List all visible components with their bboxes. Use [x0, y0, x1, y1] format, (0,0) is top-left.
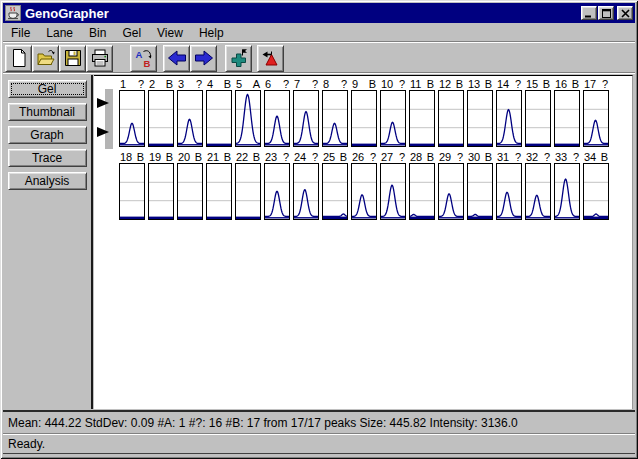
lane-panel-34[interactable] — [583, 163, 609, 220]
add-peak-to-bin-icon — [261, 48, 281, 68]
next-lane-arrow-button[interactable] — [190, 45, 217, 72]
lane-number: 28 — [410, 151, 422, 163]
maximize-button[interactable] — [598, 6, 614, 20]
lane-bin-class: ? — [138, 78, 144, 90]
new-document-button[interactable] — [5, 45, 32, 72]
menu-bin[interactable]: Bin — [81, 25, 114, 41]
print-button[interactable] — [86, 45, 113, 72]
lane-label-34: 34B — [583, 151, 609, 163]
lane-panel-19[interactable] — [148, 163, 174, 220]
lane-label-26: 26? — [351, 151, 377, 163]
menu-view[interactable]: View — [149, 25, 191, 41]
java-cup-icon — [5, 5, 21, 21]
lane-bin-class: B — [253, 151, 260, 163]
lane-bin-class: B — [485, 151, 492, 163]
menu-help[interactable]: Help — [191, 25, 232, 41]
lane-label-11: 11B — [409, 78, 435, 90]
lane-20: 20B — [177, 151, 203, 220]
lane-panel-23[interactable] — [264, 163, 290, 220]
lane-panel-5[interactable] — [235, 90, 261, 147]
lane-panel-6[interactable] — [264, 90, 290, 147]
rename-bin-a-to-b-button[interactable]: AB — [130, 45, 157, 72]
lane-panel-2[interactable] — [148, 90, 174, 147]
lane-panel-14[interactable] — [496, 90, 522, 147]
lane-panel-25[interactable] — [322, 163, 348, 220]
lane-panel-4[interactable] — [206, 90, 232, 147]
lane-panel-31[interactable] — [496, 163, 522, 220]
add-peak-to-bin-button[interactable] — [257, 45, 284, 72]
lane-23: 23? — [264, 151, 290, 220]
menu-file[interactable]: File — [3, 25, 38, 41]
lane-trace — [207, 164, 231, 219]
ready-bar: Ready. — [3, 433, 635, 454]
title-bar[interactable]: GenoGrapher — [3, 3, 635, 23]
close-button[interactable] — [617, 6, 633, 20]
lane-18: 18B — [119, 151, 145, 220]
lane-panel-21[interactable] — [206, 163, 232, 220]
menu-gel[interactable]: Gel — [114, 25, 149, 41]
lane-3: 3? — [177, 78, 203, 147]
lane-panel-11[interactable] — [409, 90, 435, 147]
lane-label-14: 14? — [496, 78, 522, 90]
lane-5: 5A — [235, 78, 261, 147]
save-floppy-button[interactable] — [59, 45, 86, 72]
previous-lane-arrow-button[interactable] — [163, 45, 190, 72]
lane-panel-15[interactable] — [525, 90, 551, 147]
status-bar: Mean: 444.22 StdDev: 0.09 #A: 1 #?: 16 #… — [3, 410, 635, 433]
lane-panel-12[interactable] — [438, 90, 464, 147]
add-bin-button[interactable] — [225, 45, 252, 72]
sidebar-button-analysis[interactable]: Analysis — [8, 172, 87, 190]
sidebar-button-graph[interactable]: Graph — [8, 126, 87, 144]
sidebar-button-gel[interactable]: Gel — [8, 80, 87, 98]
lane-panel-28[interactable] — [409, 163, 435, 220]
menu-lane[interactable]: Lane — [38, 25, 81, 41]
lane-panel-30[interactable] — [467, 163, 493, 220]
lane-number: 16 — [555, 78, 567, 90]
lane-trace — [120, 91, 144, 146]
lane-panel-9[interactable] — [351, 90, 377, 147]
lane-panel-17[interactable] — [583, 90, 609, 147]
bin-marker-1[interactable] — [97, 98, 109, 108]
lane-panel-13[interactable] — [467, 90, 493, 147]
minimize-button[interactable] — [581, 6, 597, 20]
lane-panel-33[interactable] — [554, 163, 580, 220]
lane-panel-29[interactable] — [438, 163, 464, 220]
sidebar-button-trace[interactable]: Trace — [8, 149, 87, 167]
lane-panel-8[interactable] — [322, 90, 348, 147]
lane-label-2: 2B — [148, 78, 174, 90]
lane-trace — [352, 164, 376, 219]
lane-trace — [236, 91, 260, 146]
gel-view: 1?2B3?4B5A6?7?8?9B10?11B12B13B14?15B16B1… — [94, 75, 633, 409]
lane-number: 26 — [352, 151, 364, 163]
sidebar-button-thumbnail[interactable]: Thumbnail — [8, 103, 87, 121]
lane-number: 33 — [555, 151, 567, 163]
bin-marker-2[interactable] — [97, 127, 109, 137]
lane-trace — [468, 164, 492, 219]
lane-panel-22[interactable] — [235, 163, 261, 220]
lane-panel-16[interactable] — [554, 90, 580, 147]
lane-panel-32[interactable] — [525, 163, 551, 220]
lane-panel-27[interactable] — [380, 163, 406, 220]
close-icon — [621, 9, 630, 18]
lane-panel-20[interactable] — [177, 163, 203, 220]
lane-label-27: 27? — [380, 151, 406, 163]
open-folder-button[interactable] — [32, 45, 59, 72]
lane-trace — [323, 164, 347, 219]
lane-panel-18[interactable] — [119, 163, 145, 220]
lane-2: 2B — [148, 78, 174, 147]
lane-panel-7[interactable] — [293, 90, 319, 147]
lane-panel-26[interactable] — [351, 163, 377, 220]
lane-panel-3[interactable] — [177, 90, 203, 147]
lane-trace — [178, 91, 202, 146]
lane-bin-class: B — [195, 151, 202, 163]
lane-bin-class: B — [137, 151, 144, 163]
lane-25: 25B — [322, 151, 348, 220]
lane-bin-class: ? — [283, 151, 289, 163]
lane-panel-24[interactable] — [293, 163, 319, 220]
lane-panel-10[interactable] — [380, 90, 406, 147]
lane-trace — [352, 91, 376, 146]
lane-trace — [468, 91, 492, 146]
lane-label-12: 12B — [438, 78, 464, 90]
lane-panel-1[interactable] — [119, 90, 145, 147]
lane-trace — [265, 164, 289, 219]
